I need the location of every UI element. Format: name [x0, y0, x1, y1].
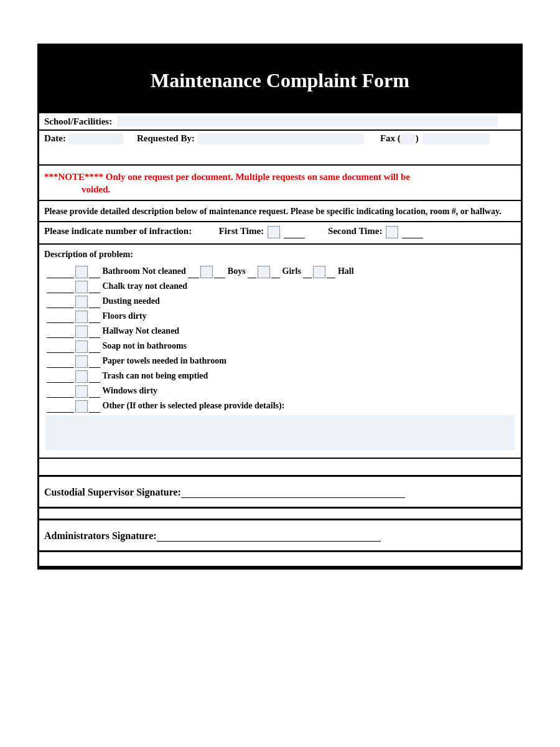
- row-custodial-signature: Custodial Supervisor Signature:: [39, 475, 521, 507]
- checkbox-hallway[interactable]: [75, 326, 88, 338]
- input-requested-by[interactable]: [197, 133, 364, 144]
- instructions: Please provide detailed description belo…: [39, 200, 521, 222]
- label-school: School/Facilities:: [44, 116, 112, 126]
- checkbox-boys[interactable]: [200, 266, 213, 278]
- spacer: [39, 550, 521, 566]
- checkbox-paper-towels[interactable]: [75, 355, 88, 368]
- input-other-details[interactable]: [45, 415, 515, 450]
- checkbox-girls[interactable]: [258, 266, 270, 278]
- input-admin-signature[interactable]: [157, 532, 381, 542]
- label-hall: Hall: [338, 267, 354, 276]
- note: ***NOTE**** Only one request per documen…: [39, 164, 521, 200]
- label-boys: Boys: [228, 267, 246, 276]
- checkbox-soap[interactable]: [75, 341, 88, 353]
- page: Maintenance Complaint Form School/Facili…: [0, 0, 560, 747]
- label-dusting: Dusting needed: [103, 297, 160, 306]
- label-infraction: Please indicate number of infraction:: [44, 227, 192, 237]
- row-school: School/Facilities:: [39, 113, 521, 129]
- row-admin-signature: Administrators Signature:: [39, 519, 521, 550]
- problem-line: Hallway Not cleaned: [47, 326, 516, 338]
- label-custodial-signature: Custodial Supervisor Signature:: [44, 487, 181, 497]
- label-first-time: First Time:: [219, 227, 264, 237]
- label-requested-by: Requested By:: [137, 133, 195, 144]
- label-trash: Trash can not being emptied: [102, 372, 208, 381]
- checkbox-bathroom[interactable]: [75, 266, 88, 278]
- problem-line: Trash can not being emptied: [47, 370, 516, 383]
- problem-line-bathroom: Bathroom Not cleaned Boys Girls Hall: [47, 266, 516, 278]
- input-fax-number[interactable]: [422, 133, 490, 144]
- label-fax-close: ): [416, 133, 419, 144]
- checkbox-other[interactable]: [75, 400, 88, 413]
- spacer: [39, 458, 521, 475]
- label-hallway: Hallway Not cleaned: [103, 327, 180, 336]
- label-paper-towels: Paper towels needed in bathroom: [103, 357, 226, 366]
- label-admin-signature: Administrators Signature:: [44, 530, 157, 541]
- input-fax-area[interactable]: [402, 133, 414, 144]
- row-meta: Date: Requested By: Fax ( ): [39, 129, 521, 164]
- input-school[interactable]: [117, 116, 498, 127]
- checkbox-first-time[interactable]: [268, 226, 280, 238]
- checkbox-floors[interactable]: [75, 311, 88, 323]
- checkbox-trash[interactable]: [75, 370, 88, 383]
- label-bathroom: Bathroom Not cleaned: [103, 267, 186, 276]
- problem-line: Paper towels needed in bathroom: [47, 355, 516, 368]
- row-infraction: Please indicate number of infraction: Fi…: [39, 221, 521, 243]
- checkbox-hall[interactable]: [313, 266, 325, 278]
- label-floors: Floors dirty: [103, 312, 147, 321]
- problem-line: Dusting needed: [47, 296, 516, 308]
- input-date[interactable]: [68, 133, 123, 144]
- label-date: Date:: [44, 133, 66, 144]
- note-line2: voided.: [44, 183, 516, 195]
- label-problems: Description of problem:: [44, 250, 516, 260]
- label-girls: Girls: [282, 267, 301, 276]
- label-other: Other (If other is selected please provi…: [103, 402, 285, 411]
- note-line1: ***NOTE**** Only one request per documen…: [44, 172, 410, 182]
- spacer: [39, 507, 521, 519]
- label-soap: Soap not in bathrooms: [103, 342, 187, 351]
- checkbox-chalk-tray[interactable]: [75, 281, 88, 293]
- problem-line: Chalk tray not cleaned: [47, 281, 516, 293]
- label-chalk-tray: Chalk tray not cleaned: [103, 282, 188, 291]
- maintenance-complaint-form: Maintenance Complaint Form School/Facili…: [37, 44, 523, 570]
- row-problems: Description of problem: Bathroom Not cle…: [39, 243, 521, 458]
- checkbox-windows[interactable]: [75, 385, 88, 398]
- problem-line-other: Other (If other is selected please provi…: [47, 400, 516, 413]
- form-title: Maintenance Complaint Form: [39, 45, 521, 113]
- checkbox-dusting[interactable]: [75, 296, 88, 308]
- problem-line: Floors dirty: [47, 311, 516, 323]
- checkbox-second-time[interactable]: [386, 226, 398, 238]
- label-fax: Fax (: [380, 133, 401, 144]
- bottom-rule: [39, 566, 521, 568]
- label-second-time: Second Time:: [328, 227, 382, 237]
- problem-line: Windows dirty: [47, 385, 516, 398]
- input-custodial-signature[interactable]: [181, 489, 405, 498]
- label-windows: Windows dirty: [102, 387, 157, 396]
- problem-line: Soap not in bathrooms: [47, 341, 516, 353]
